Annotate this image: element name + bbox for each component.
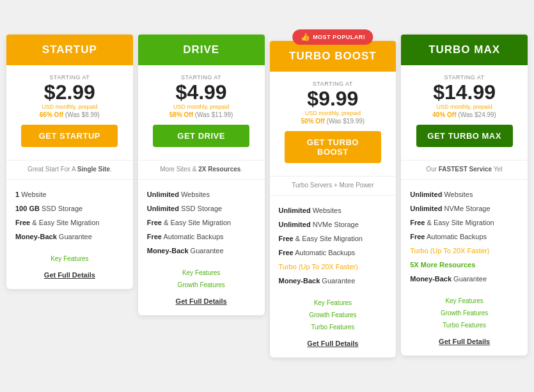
plan-link-turbo-features[interactable]: Turbo Features <box>407 319 521 331</box>
price-drive: $4.99 <box>145 82 258 102</box>
feature-item: Free & Easy Site Migration <box>279 231 388 246</box>
plan-pricing-turbomax: STARTING AT$14.99USD monthly, prepaid40%… <box>401 65 528 161</box>
feature-item: Unlimited SSD Storage <box>147 201 256 216</box>
plan-link-key-features[interactable]: Key Features <box>145 267 258 279</box>
plan-link-key-features[interactable]: Key Features <box>407 295 521 307</box>
full-details-link-drive[interactable]: Get Full Details <box>145 295 258 308</box>
price-turbo: $9.99 <box>276 88 390 109</box>
feature-item: Unlimited NVMe Storage <box>410 201 519 216</box>
feature-item: Unlimited Websites <box>279 203 388 217</box>
feature-bold: Money-Back <box>15 233 57 240</box>
plan-pricing-turbo: STARTING AT$9.99USD monthly, prepaid50% … <box>270 72 397 176</box>
plan-links-turbo: Key FeaturesGrowth FeaturesTurbo Feature… <box>270 293 397 358</box>
discount-startup: 66% Off (Was $8.99) <box>13 111 127 118</box>
full-details-link-turbo[interactable]: Get Full Details <box>276 337 390 350</box>
billing-info-turbo: USD monthly, prepaid <box>276 110 390 116</box>
plan-desc-drive: More Sites & 2X Resources. <box>138 161 265 180</box>
billing-info-startup: USD monthly, prepaid <box>13 104 127 110</box>
plan-link-turbo-features[interactable]: Turbo Features <box>276 321 390 333</box>
feature-bold: Free <box>279 235 294 242</box>
get-btn-drive[interactable]: GET DRIVE <box>153 125 249 147</box>
was-price-startup: (Was $8.99) <box>65 111 100 118</box>
feature-item: Money-Back Guarantee <box>147 244 256 258</box>
was-price-turbomax: (Was $24.99) <box>458 111 496 118</box>
was-price-drive: (Was $11.99) <box>195 111 233 118</box>
starting-at-turbo: STARTING AT <box>276 81 390 87</box>
discount-turbomax: 40% Off (Was $24.99) <box>407 111 521 118</box>
plan-link-key-features[interactable]: Key Features <box>13 253 127 265</box>
feature-item: Free & Easy Site Migration <box>147 216 256 230</box>
feature-bold: Unlimited <box>147 191 179 198</box>
plan-header-startup: STARTUP <box>6 35 133 65</box>
plan-link-growth-features[interactable]: Growth Features <box>407 307 521 319</box>
get-btn-turbomax[interactable]: GET TURBO MAX <box>416 125 513 147</box>
feature-bold: Unlimited <box>147 205 179 212</box>
billing-info-turbomax: USD monthly, prepaid <box>407 104 521 110</box>
starting-at-turbomax: STARTING AT <box>407 74 521 81</box>
plan-title-turbo: TURBO BOOST <box>276 50 390 63</box>
plan-card-turbomax: TURBO MAXSTARTING AT$14.99USD monthly, p… <box>401 35 528 356</box>
feature-item: Turbo (Up To 20X Faster) <box>410 244 519 258</box>
plan-pricing-drive: STARTING AT$4.99USD monthly, prepaid58% … <box>138 65 265 161</box>
feature-bold: Money-Back <box>147 247 189 255</box>
feature-bold: Unlimited <box>279 221 311 228</box>
feature-bold: Unlimited <box>410 191 442 198</box>
feature-item: Unlimited Websites <box>147 187 256 201</box>
feature-bold: Unlimited <box>410 205 442 212</box>
plan-title-drive: DRIVE <box>145 43 258 56</box>
feature-item: Free & Easy Site Migration <box>15 216 124 230</box>
pricing-container: STARTUPSTARTING AT$2.99USD monthly, prep… <box>6 35 528 358</box>
feature-bold: 100 GB <box>15 205 40 212</box>
plan-features-turbo: Unlimited WebsitesUnlimited NVMe Storage… <box>270 196 397 293</box>
feature-bold: 1 <box>15 191 19 198</box>
feature-bold: Free <box>410 233 425 240</box>
plan-header-turbo: TURBO BOOST <box>270 41 397 72</box>
feature-item: Free Automatic Backups <box>279 246 388 260</box>
price-turbomax: $14.99 <box>407 82 521 102</box>
feature-item: Unlimited NVMe Storage <box>279 217 388 231</box>
feature-item: Turbo (Up To 20X Faster) <box>279 260 388 274</box>
plan-links-turbomax: Key FeaturesGrowth FeaturesTurbo Feature… <box>401 291 528 356</box>
full-details-link-turbomax[interactable]: Get Full Details <box>407 335 521 349</box>
feature-item: 100 GB SSD Storage <box>15 201 124 216</box>
plan-links-startup: Key FeaturesGet Full Details <box>6 249 133 290</box>
plan-title-turbomax: TURBO MAX <box>407 43 521 56</box>
discount-drive: 58% Off (Was $11.99) <box>145 111 258 118</box>
plan-link-key-features[interactable]: Key Features <box>276 297 390 309</box>
plan-title-startup: STARTUP <box>13 43 127 56</box>
get-btn-startup[interactable]: GET STARTUP <box>21 125 118 147</box>
starting-at-startup: STARTING AT <box>13 74 127 81</box>
plan-header-turbomax: TURBO MAX <box>401 35 528 65</box>
plan-features-drive: Unlimited WebsitesUnlimited SSD StorageF… <box>138 180 265 263</box>
popular-badge: 👍MOST POPULAR! <box>293 29 373 45</box>
feature-bold: Unlimited <box>279 207 311 214</box>
plan-card-drive: DRIVESTARTING AT$4.99USD monthly, prepai… <box>138 35 265 316</box>
price-startup: $2.99 <box>13 82 127 102</box>
feature-item: Free & Easy Site Migration <box>410 216 519 230</box>
plan-link-growth-features[interactable]: Growth Features <box>276 309 390 321</box>
plan-desc-startup: Great Start For A Single Site. <box>6 161 133 180</box>
feature-item: Money-Back Guarantee <box>15 230 124 244</box>
plan-desc-turbo: Turbo Servers + More Power <box>270 176 397 196</box>
feature-item: 1 Website <box>15 187 124 201</box>
plan-pricing-startup: STARTING AT$2.99USD monthly, prepaid66% … <box>6 65 133 161</box>
feature-item: Unlimited Websites <box>410 187 519 201</box>
full-details-link-startup[interactable]: Get Full Details <box>13 269 127 282</box>
plan-features-startup: 1 Website100 GB SSD StorageFree & Easy S… <box>6 180 133 249</box>
popular-label: MOST POPULAR! <box>313 34 365 40</box>
plan-header-drive: DRIVE <box>138 35 265 65</box>
feature-bold: Free <box>410 219 425 226</box>
get-btn-turbo[interactable]: GET TURBO BOOST <box>285 131 381 163</box>
billing-info-drive: USD monthly, prepaid <box>145 104 258 110</box>
plan-desc-turbomax: Our FASTEST Service Yet <box>401 161 528 180</box>
feature-item: Free Automatic Backups <box>410 230 519 244</box>
feature-bold: Free <box>147 233 162 240</box>
plan-wrapper-turbo: 👍MOST POPULAR!TURBO BOOSTSTARTING AT$9.9… <box>270 41 397 358</box>
feature-bold: Free <box>279 249 294 256</box>
plan-card-startup: STARTUPSTARTING AT$2.99USD monthly, prep… <box>6 35 133 290</box>
starting-at-drive: STARTING AT <box>145 74 258 81</box>
plan-link-growth-features[interactable]: Growth Features <box>145 279 258 291</box>
plan-features-turbomax: Unlimited WebsitesUnlimited NVMe Storage… <box>401 180 528 291</box>
feature-item: Free Automatic Backups <box>147 230 256 244</box>
feature-item: 5X More Resources <box>410 258 519 272</box>
